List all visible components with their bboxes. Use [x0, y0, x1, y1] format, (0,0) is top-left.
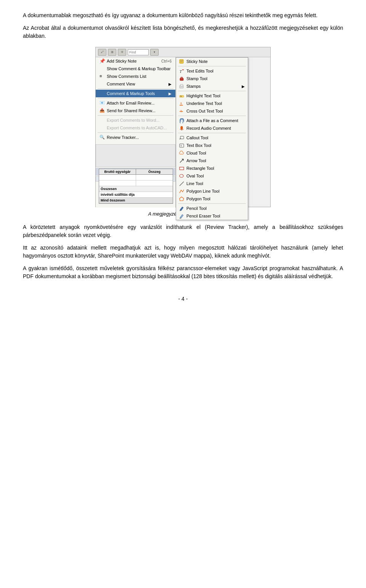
menu-label-export-autocad: Export Comments to AutoCAD...	[107, 126, 167, 130]
submenu-item-text-edits[interactable]: T Text Edits Tool	[176, 67, 248, 75]
submenu-attach-icon	[178, 118, 185, 123]
submenu-item-attach-file[interactable]: Attach a File as a Comment	[176, 117, 248, 124]
menu-sep-1	[98, 89, 173, 89]
submenu-item-crossout-text[interactable]: A Cross Out Text Tool	[176, 107, 248, 115]
submenu-item-stamp-tool[interactable]: Stamp Tool	[176, 75, 248, 82]
svg-rect-6	[181, 77, 183, 79]
submenu-oval-icon	[178, 173, 185, 179]
menu-item-comment-view[interactable]: Comment View ▶	[96, 80, 175, 88]
menu-shortcut-add-sticky: Ctrl+6	[161, 59, 172, 63]
toolbar-icon-3[interactable]: ✛	[118, 49, 126, 56]
blank-highlight-area	[96, 144, 175, 167]
submenu-item-line-tool[interactable]: Line Tool	[176, 180, 248, 187]
paragraph-5: A gyakran ismétlődő, összetett műveletek…	[23, 264, 343, 280]
submenu-label-stamp-tool: Stamp Tool	[186, 76, 207, 81]
submenu-sep-1	[178, 66, 246, 66]
submenu-text-edits-icon: T	[178, 68, 185, 74]
submenu-item-underline-text[interactable]: A Underline Text Tool	[176, 100, 248, 107]
submenu-label-textbox-tool: Text Box Tool	[186, 143, 211, 148]
menu-item-show-comment-markup[interactable]: Show Comment & Markup Toolbar	[96, 65, 175, 72]
menu-item-comment-markup-tools[interactable]: Comment & Markup Tools ▶	[96, 90, 175, 97]
toolbar-find-input[interactable]	[128, 49, 149, 55]
menu-label-show-comments-list: Show Comments List	[107, 74, 146, 79]
submenu-rect-icon	[178, 166, 185, 171]
submenu-line-icon	[178, 181, 185, 186]
submenu-sep-2	[178, 91, 246, 91]
toolbar-icon-1[interactable]: 🖊	[98, 49, 106, 56]
submenu-item-arrow-tool[interactable]: Arrow Tool	[176, 157, 248, 164]
submenu-audio-icon	[178, 126, 185, 131]
sticky-note-icon: 📌	[100, 58, 105, 64]
submenu-label-attach-file: Attach a File as a Comment	[186, 118, 238, 123]
table-cell-r1c2	[136, 175, 173, 180]
menu-label-review-tracker: Review Tracker...	[107, 135, 139, 140]
submenu-label-pencil-tool: Pencil Tool	[186, 206, 207, 211]
svg-rect-8	[180, 84, 183, 86]
svg-text:A: A	[180, 95, 182, 98]
toolbar-icon-2[interactable]: ⊞	[108, 49, 116, 56]
submenu-item-polygon-line-tool[interactable]: Polygon Line Tool	[176, 187, 248, 195]
menu-item-add-sticky[interactable]: 📌 Add Sticky Note Ctrl+6	[96, 57, 175, 65]
submenu-item-highlight-text[interactable]: A Highlight Text Tool	[176, 92, 248, 100]
menu-label-export-word: Export Comments to Word...	[107, 118, 160, 122]
submenu-item-oval-tool[interactable]: Oval Tool	[176, 172, 248, 180]
submenu-label-pencil-eraser-tool: Pencil Eraser Tool	[186, 214, 220, 218]
svg-line-20	[180, 159, 183, 163]
submenu-highlight-icon: A	[178, 93, 185, 98]
comment-view-icon	[100, 81, 105, 87]
menu-label-add-sticky: Add Sticky Note	[107, 59, 136, 63]
table-summary-row-1: Összesen	[99, 186, 173, 192]
submenu-stamp-icon	[178, 76, 185, 81]
paragraph-2: Az Acrobat által a dokumentumot olvasókr…	[23, 24, 343, 40]
menu-item-send-shared[interactable]: 📤 Send for Shared Review...	[96, 107, 175, 114]
submenu-item-polygon-tool[interactable]: Polygon Tool	[176, 195, 248, 203]
submenu-item-record-audio[interactable]: Record Audio Comment	[176, 124, 248, 132]
table-header-col1: Bruttó egységár	[99, 169, 136, 174]
submenu-sep-3	[178, 116, 246, 116]
submenu-label-cloud-tool: Cloud Tool	[186, 151, 206, 155]
table-header-col2: Összeg	[136, 169, 173, 174]
menu-item-review-tracker[interactable]: 🔍 Review Tracker...	[96, 134, 175, 141]
toolbar-bar: 🖊 ⊞ ✛ ▾	[96, 47, 270, 57]
submenu-item-textbox-tool[interactable]: T Text Box Tool	[176, 142, 248, 149]
review-tracker-icon: 🔍	[100, 135, 105, 140]
submenu-label-oval-tool: Oval Tool	[186, 174, 204, 178]
table-bold-row: Mind összesen	[99, 198, 173, 203]
submenu-item-stamps[interactable]: Stamps ▶	[176, 82, 248, 90]
submenu-label-arrow-tool: Arrow Tool	[186, 158, 206, 163]
menu-label-comment-view: Comment View	[107, 82, 135, 86]
menu-item-show-comments-list[interactable]: ≡ Show Comments List	[96, 72, 175, 80]
submenu-crossout-icon: A	[178, 108, 185, 114]
submenu-item-rectangle-tool[interactable]: Rectangle Tool	[176, 164, 248, 172]
page-content: A dokumentumablak megosztható és így ugy…	[23, 11, 343, 302]
svg-text:T: T	[180, 69, 182, 74]
submenu-item-sticky-note[interactable]: Sticky Note	[176, 58, 248, 65]
menu-item-attach-email[interactable]: 📧 Attach for Email Review...	[96, 99, 175, 107]
submenu-label-record-audio: Record Audio Comment	[186, 126, 231, 130]
stamps-arrow: ▶	[242, 84, 245, 89]
table-bold-label: Mind összesen	[99, 198, 173, 203]
submenu-label-stamps: Stamps	[186, 84, 201, 89]
menu-item-export-autocad: Export Comments to AutoCAD...	[96, 124, 175, 132]
submenu-cloud-icon	[178, 150, 185, 156]
submenu-item-pencil-tool[interactable]: Pencil Tool	[176, 205, 248, 212]
submenu-underline-icon: A	[178, 101, 185, 106]
submenu-arrow-icon	[178, 158, 185, 163]
submenu-item-callout-tool[interactable]: Callout Tool	[176, 134, 248, 142]
toolbar-icon-4[interactable]: ▾	[150, 49, 159, 56]
table-area: Bruttó egységár Összeg Összesen	[99, 169, 173, 204]
attach-email-icon: 📧	[100, 100, 105, 106]
submenu-textbox-icon: T	[178, 143, 185, 148]
submenu-eraser-icon	[178, 213, 185, 219]
menu-label-send-shared: Send for Shared Review...	[107, 108, 156, 113]
svg-rect-21	[180, 167, 184, 170]
svg-rect-15	[181, 126, 183, 129]
svg-line-23	[180, 182, 184, 186]
menu-sep-4	[98, 132, 173, 133]
submenu-item-pencil-eraser-tool[interactable]: Pencil Eraser Tool	[176, 212, 248, 220]
submenu-item-cloud-tool[interactable]: Cloud Tool	[176, 149, 248, 157]
submenu-sticky-icon	[178, 59, 185, 64]
submenu-label-polygon-tool: Polygon Tool	[186, 197, 210, 201]
table-summary-label-2: inivételi szállítás díja	[99, 192, 173, 197]
menu-sep-3	[98, 115, 173, 116]
